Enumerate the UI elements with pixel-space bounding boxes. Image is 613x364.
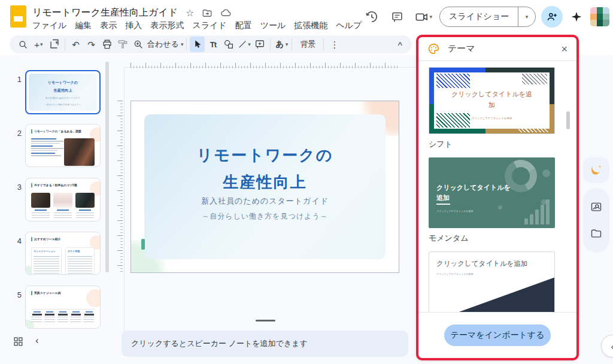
collapse-filmstrip-icon[interactable]: ‹ <box>35 335 39 347</box>
slide-number: 4 <box>12 236 22 245</box>
folder-icon[interactable] <box>590 228 602 239</box>
document-title[interactable]: リモートワーク生産性向上ガイド <box>32 7 178 19</box>
google-slides-window: リモートワーク生産性向上ガイド ☆ ファイル 編集 表示 挿入 表示形式 スライ… <box>0 0 613 364</box>
menu-extensions[interactable]: 拡張機能 <box>290 20 332 32</box>
theme-preview-title: クリックしてタイトルを追加 <box>429 89 554 110</box>
vertical-ruler <box>117 101 123 273</box>
redo-button[interactable]: ↷ <box>84 37 99 52</box>
move-folder-icon[interactable] <box>202 8 213 19</box>
background-button[interactable]: 背景 <box>295 37 320 52</box>
chevron-down-icon: ▾ <box>526 14 529 20</box>
meet-camera-button[interactable]: ▾ <box>413 10 435 24</box>
star-icon[interactable]: ☆ <box>186 8 194 18</box>
menu-arrange[interactable]: 配置 <box>231 20 256 32</box>
theme-panel: テーマ × クリックしてタイトルを追加 クリックしてサブタイトルを追加 シフト <box>416 35 579 360</box>
fit-zoom-select[interactable]: 合わせる▾ <box>146 37 183 52</box>
titlebar: リモートワーク生産性向上ガイド ☆ ファイル 編集 表示 挿入 表示形式 スライ… <box>0 0 613 34</box>
search-menus-icon[interactable] <box>16 37 31 52</box>
slideshow-button[interactable]: スライドショー▾ <box>439 7 536 27</box>
version-history-icon[interactable] <box>362 7 382 27</box>
cloud-saved-icon[interactable] <box>220 7 232 19</box>
speaker-notes-input[interactable]: クリックするとスピーカー ノートを追加できます <box>122 330 408 357</box>
theme-preview-title: クリックしてタイトルを追加 <box>436 259 527 268</box>
print-button[interactable] <box>99 37 114 52</box>
menu-tools[interactable]: ツール <box>256 20 290 32</box>
shape-tool[interactable] <box>221 37 236 52</box>
chevron-down-icon: ▾ <box>40 42 43 47</box>
menu-view[interactable]: 表示 <box>96 20 121 32</box>
insert-comment-tool[interactable] <box>252 37 267 52</box>
undo-button[interactable]: ↶ <box>68 37 83 52</box>
divider <box>270 38 271 50</box>
decorative-bars <box>524 199 550 225</box>
slide-number: 3 <box>12 183 22 192</box>
font-tool[interactable]: あ▾ <box>274 37 289 52</box>
menu-slide[interactable]: スライド <box>188 20 230 32</box>
slide-title-line2[interactable]: 生産性向上 <box>131 172 399 193</box>
slide-thumbnail-4[interactable]: おすすめツール紹介 コミュニケーション タスク管理 <box>25 232 101 275</box>
slideshow-label: スライドショー <box>440 11 518 22</box>
chevron-left-icon: ‹ <box>611 341 613 351</box>
theme-panel-scrollbar[interactable] <box>566 111 570 129</box>
line-tool[interactable]: ▾ <box>236 37 251 52</box>
image-search-icon[interactable] <box>590 201 602 213</box>
comments-icon[interactable] <box>387 7 408 27</box>
divider <box>323 38 324 50</box>
horizontal-ruler <box>131 63 399 68</box>
theme-name: モメンタム <box>429 233 576 244</box>
close-icon[interactable]: × <box>561 44 568 54</box>
extension-banana-button[interactable] <box>583 157 609 183</box>
gemini-sparkle-icon[interactable] <box>568 7 585 27</box>
theme-item-shift[interactable]: クリックしてタイトルを追加 クリックしてサブタイトルを追加 <box>429 67 555 134</box>
text-box-tool[interactable]: Tt <box>205 37 220 52</box>
slide-thumbnail-1[interactable]: リモートワークの 生産性向上 新入社員のためのスタートガイド ～自分らしい働き方… <box>25 70 101 114</box>
slide-title-line1[interactable]: リモートワークの <box>131 145 399 166</box>
theme-preview-subtitle: クリックしてサブタイトルを追加 <box>436 272 473 276</box>
slide-thumbnail-2[interactable]: リモートワークの「あるある」課題 <box>25 124 101 167</box>
account-avatar[interactable] <box>590 7 609 26</box>
divider <box>292 38 292 50</box>
menu-edit[interactable]: 編集 <box>71 20 96 32</box>
more-options-icon[interactable]: ⋮ <box>327 37 342 52</box>
collapse-toolbar-icon[interactable]: ^ <box>397 40 402 49</box>
filmstrip-scrollbar[interactable] <box>105 62 109 272</box>
decorative-underline <box>436 204 450 205</box>
grid-view-icon[interactable] <box>13 336 23 347</box>
share-button[interactable] <box>541 6 563 28</box>
slide-subtitle-1[interactable]: 新入社員のためのスタートガイド <box>131 196 399 207</box>
theme-panel-header: テーマ × <box>418 37 576 61</box>
chevron-down-icon: ▾ <box>286 42 289 47</box>
slideshow-options-button[interactable]: ▾ <box>518 14 535 20</box>
menu-file[interactable]: ファイル <box>28 20 71 32</box>
select-tool[interactable] <box>190 37 205 52</box>
slide2-photo <box>64 138 95 166</box>
theme-item-3[interactable]: クリックしてタイトルを追加 クリックしてサブタイトルを追加 <box>429 251 555 312</box>
slides-logo-icon[interactable] <box>10 5 26 28</box>
add-item-button[interactable]: +▾ <box>31 37 46 52</box>
theme-list: クリックしてタイトルを追加 クリックしてサブタイトルを追加 シフト クリックして… <box>418 62 576 312</box>
paint-format-button[interactable] <box>115 37 130 52</box>
slide-thumbnail-3[interactable]: 今すぐできる！効率化のコツ5選 <box>25 178 101 222</box>
theme-preview-subtitle: クリックしてサブタイトルを追加 <box>457 117 526 120</box>
banana-icon <box>590 163 603 177</box>
menu-insert[interactable]: 挿入 <box>121 20 146 32</box>
theme-preview-subtitle: クリックしてサブタイトルを追加 <box>436 210 473 213</box>
zoom-in-button[interactable] <box>131 37 145 52</box>
slide-canvas[interactable]: リモートワークの 生産性向上 新入社員のためのスタートガイド ～自分らしい働き方… <box>131 101 399 273</box>
slide-subtitle-2[interactable]: ～自分らしい働き方を見つけよう～ <box>131 211 399 222</box>
divider <box>186 38 187 50</box>
slide-number: 5 <box>12 290 22 299</box>
menu-format[interactable]: 表示形式 <box>146 20 188 32</box>
palette-icon <box>427 43 440 55</box>
side-panel-buttons <box>583 188 609 253</box>
theme-panel-title: テーマ <box>448 43 475 54</box>
slide-thumbnail-5[interactable]: 実践スケジュール例 <box>25 286 101 329</box>
theme-item-momentum[interactable]: クリックしてタイトルを追加 クリックしてサブタイトルを追加 <box>429 157 555 228</box>
import-theme-button[interactable]: テーマをインポートする <box>444 324 551 346</box>
chevron-down-icon: ▾ <box>181 42 184 47</box>
new-slide-button[interactable] <box>47 37 62 52</box>
slide-number: 1 <box>12 75 22 84</box>
divider <box>65 38 65 50</box>
tip-photo-2 <box>53 193 72 208</box>
notes-resize-handle[interactable] <box>256 320 275 321</box>
